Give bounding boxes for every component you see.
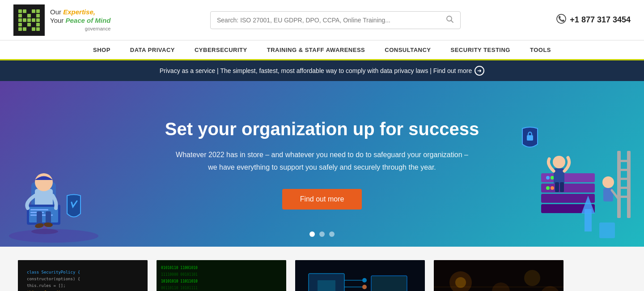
nav-item-consultancy[interactable]: CONSULTANCY	[375, 40, 441, 60]
logo-dot	[23, 18, 26, 22]
logo-dot	[18, 27, 22, 31]
hero-section: Set your organization up for success Wha…	[0, 81, 644, 247]
phone-number: +1 877 317 3454	[570, 15, 631, 25]
promo-banner: Privacy as a service | The simplest, fas…	[0, 60, 644, 81]
svg-point-36	[553, 156, 565, 168]
card-thumb-3[interactable]	[295, 260, 425, 291]
logo-dot	[23, 27, 26, 31]
logo-dot	[23, 14, 26, 17]
search-area	[139, 11, 532, 29]
svg-text:00110110 10101111: 00110110 10101111	[161, 286, 198, 290]
search-input[interactable]	[217, 17, 446, 24]
logo-dot	[27, 27, 31, 31]
banner-text: Privacy as a service | The simplest, fas…	[160, 67, 472, 74]
card-thumb-4[interactable]	[434, 260, 564, 291]
logo-tagline2: Your Peace of Mind	[50, 16, 110, 25]
nav-item-data-privacy[interactable]: DATA PRIVACY	[120, 40, 185, 60]
logo-dot	[18, 14, 22, 17]
svg-rect-38	[555, 182, 559, 192]
svg-point-25	[546, 186, 550, 190]
cards-row: class SecurityPolicy { constructor(optio…	[0, 247, 644, 291]
carousel-dot-3[interactable]	[329, 231, 335, 237]
svg-line-1	[451, 20, 453, 22]
hero-right-illustration	[514, 93, 640, 247]
logo-tagline: Our Expertise,	[50, 8, 110, 17]
svg-rect-34	[617, 187, 631, 189]
svg-point-65	[362, 285, 367, 289]
logo-dot	[18, 23, 22, 26]
logo-dot	[18, 18, 22, 22]
logo-sub: governance	[50, 25, 110, 33]
nav-item-cybersecurity[interactable]: CYBERSECURITY	[185, 40, 257, 60]
header: Our Expertise, Your Peace of Mind govern…	[0, 0, 644, 40]
svg-point-6	[31, 229, 58, 234]
nav-item-training[interactable]: TRAINING & STAFF AWARENESS	[257, 40, 375, 60]
card-thumb-1[interactable]: class SecurityPolicy { constructor(optio…	[18, 260, 148, 291]
logo-dot	[36, 9, 40, 13]
svg-text:11110000 00101101: 11110000 00101101	[161, 273, 198, 277]
svg-rect-35	[617, 196, 631, 198]
logo-icon	[13, 4, 45, 36]
svg-point-73	[524, 270, 540, 286]
main-nav: SHOP DATA PRIVACY CYBERSECURITY TRAINING…	[0, 40, 644, 60]
svg-point-26	[551, 186, 554, 190]
logo-dot	[36, 14, 40, 17]
logo-dot	[18, 9, 22, 13]
svg-rect-15	[37, 211, 42, 225]
search-box[interactable]	[210, 11, 461, 29]
hero-content: Set your organization up for success Wha…	[165, 118, 479, 209]
svg-text:class SecurityPolicy {: class SecurityPolicy {	[27, 270, 80, 274]
hero-cta-button[interactable]: Find out more	[282, 189, 362, 210]
nav-item-tools[interactable]: TOOLS	[520, 40, 561, 60]
banner-arrow-icon[interactable]: ➜	[475, 66, 484, 76]
logo-dot	[36, 23, 40, 26]
svg-rect-32	[617, 169, 631, 171]
svg-point-71	[455, 277, 466, 288]
svg-rect-27	[585, 209, 592, 231]
carousel-dot-2[interactable]	[319, 231, 325, 237]
svg-rect-67	[371, 276, 407, 291]
logo-our: Our	[50, 8, 63, 16]
logo-dot	[27, 9, 31, 13]
svg-point-40	[602, 176, 614, 188]
hero-left-illustration	[4, 106, 103, 247]
logo-dot	[23, 9, 26, 13]
svg-rect-39	[560, 182, 564, 192]
search-icon	[446, 15, 454, 25]
logo-your: Your	[50, 17, 65, 24]
hero-title: Set your organization up for success	[165, 118, 479, 140]
svg-rect-60	[318, 280, 335, 291]
phone-area: 📞 +1 877 317 3454	[532, 14, 631, 26]
svg-text:10101010 11011010: 10101010 11011010	[161, 279, 198, 283]
svg-rect-37	[554, 168, 564, 184]
svg-rect-28	[599, 223, 615, 238]
svg-text:📞: 📞	[558, 15, 565, 22]
logo-dot	[32, 23, 35, 26]
carousel-dots	[309, 231, 335, 237]
logo-dot	[27, 23, 31, 26]
nav-item-shop[interactable]: SHOP	[83, 40, 120, 60]
svg-point-24	[551, 176, 554, 180]
logo-dot	[32, 9, 35, 13]
logo-area: Our Expertise, Your Peace of Mind govern…	[13, 4, 139, 36]
logo-expertise: Expertise,	[63, 8, 95, 16]
svg-point-64	[362, 278, 367, 282]
carousel-dot-1[interactable]	[309, 231, 315, 237]
svg-rect-42	[527, 135, 533, 141]
svg-text:01010110 11001010: 01010110 11001010	[161, 266, 198, 270]
logo-dot	[36, 18, 40, 22]
svg-rect-33	[617, 178, 631, 180]
logo-dot	[23, 23, 26, 26]
logo-dot	[27, 14, 31, 17]
logo-peace: Peace of Mind	[65, 17, 110, 24]
svg-text:constructor(options) {: constructor(options) {	[27, 277, 80, 281]
logo-dot	[27, 18, 31, 22]
svg-rect-12	[30, 209, 48, 210]
svg-point-9	[35, 173, 53, 191]
svg-point-23	[546, 176, 550, 180]
logo-dot	[32, 14, 35, 17]
logo-dot	[36, 27, 40, 31]
nav-item-security-testing[interactable]: SECURITY TESTING	[441, 40, 520, 60]
card-thumb-2[interactable]: 01010110 11001010 11110000 00101101 1010…	[157, 260, 286, 291]
svg-rect-31	[617, 160, 631, 162]
